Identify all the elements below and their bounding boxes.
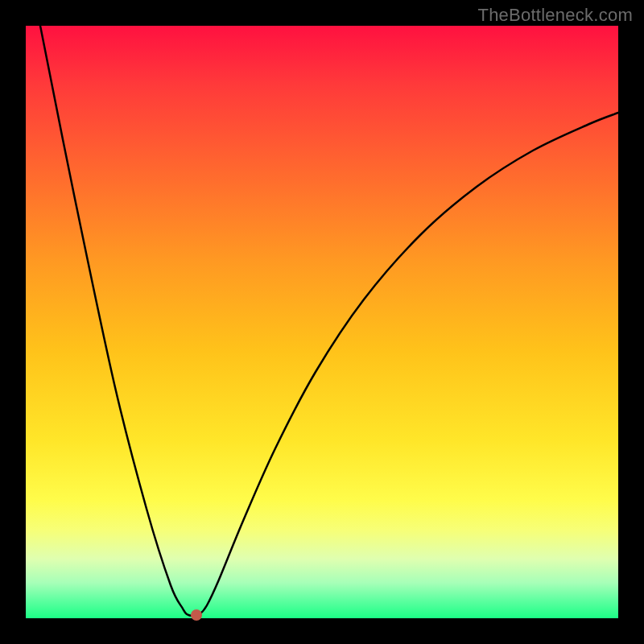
- bottleneck-curve: [40, 26, 618, 616]
- plot-area: [26, 26, 618, 618]
- watermark-text: TheBottleneck.com: [477, 5, 633, 26]
- chart-frame: TheBottleneck.com: [0, 0, 644, 644]
- minimum-marker: [191, 609, 202, 621]
- curve-layer: [26, 26, 618, 618]
